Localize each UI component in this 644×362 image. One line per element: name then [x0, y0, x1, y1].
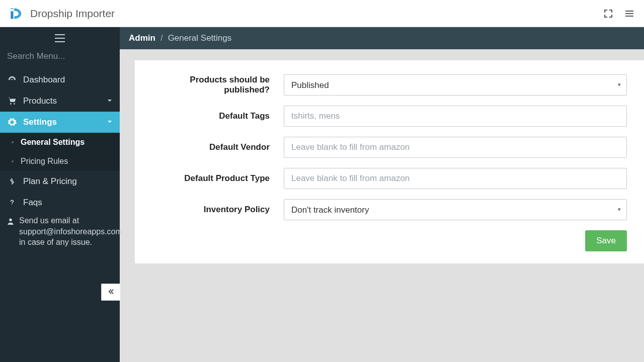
question-icon — [7, 199, 17, 207]
sidebar-item-products[interactable]: Products — [0, 90, 120, 112]
settings-panel: Products should be published? Published … — [135, 60, 644, 263]
sidebar-item-label: Faqs — [23, 198, 42, 208]
chevron-left-double-icon — [108, 288, 115, 297]
gear-icon — [7, 118, 17, 127]
publish-select[interactable]: Published — [284, 74, 627, 96]
product-type-input[interactable] — [284, 168, 627, 189]
product-type-label: Default Product Type — [152, 173, 284, 184]
sidebar-item-label: Products — [23, 96, 57, 106]
support-text: Send us email at support@infoshoreapps.c… — [19, 215, 122, 248]
user-icon — [7, 215, 14, 248]
breadcrumb: Admin / General Settings — [120, 27, 644, 49]
cart-icon — [7, 97, 17, 106]
chevron-down-icon — [107, 117, 113, 127]
save-button[interactable]: Save — [585, 230, 627, 251]
svg-rect-1 — [625, 11, 633, 12]
sidebar-item-label: Dashboard — [23, 75, 65, 85]
app-title: Dropship Importer — [30, 8, 115, 20]
sidebar-collapse-button[interactable] — [101, 284, 120, 301]
fullscreen-icon[interactable] — [604, 9, 613, 18]
breadcrumb-separator: / — [160, 33, 163, 43]
chevron-down-icon — [107, 96, 113, 106]
submenu-general-settings[interactable]: General Settings — [0, 133, 120, 152]
svg-point-5 — [14, 103, 15, 105]
svg-point-6 — [9, 218, 12, 221]
sidebar: Dashboard Products Settings — [0, 27, 120, 362]
breadcrumb-root[interactable]: Admin — [129, 33, 155, 43]
support-note: Send us email at support@infoshoreapps.c… — [0, 213, 120, 248]
tags-label: Default Tags — [152, 111, 284, 121]
sidebar-item-settings[interactable]: Settings — [0, 112, 120, 133]
svg-rect-2 — [625, 13, 633, 14]
sidebar-item-label: Settings — [23, 117, 57, 127]
vendor-label: Default Vendor — [152, 142, 284, 152]
svg-rect-3 — [625, 16, 633, 17]
tags-input[interactable] — [284, 106, 627, 127]
sidebar-item-dashboard[interactable]: Dashboard — [0, 69, 120, 90]
app-logo-icon — [8, 7, 22, 21]
breadcrumb-current: General Settings — [168, 33, 232, 43]
sidebar-toggle-icon[interactable] — [55, 34, 65, 42]
topbar: Dropship Importer — [0, 0, 644, 27]
main-content: Admin / General Settings Products should… — [120, 27, 644, 362]
sidebar-item-faqs[interactable]: Faqs — [0, 192, 120, 213]
sidebar-item-label: Plan & Pricing — [23, 176, 77, 187]
svg-point-4 — [10, 103, 12, 105]
inventory-select[interactable]: Don't track inventory — [284, 199, 627, 220]
svg-point-0 — [11, 9, 13, 11]
menu-search-input[interactable] — [7, 49, 113, 63]
dashboard-icon — [7, 75, 17, 84]
dollar-icon — [7, 177, 17, 186]
sidebar-item-plan-pricing[interactable]: Plan & Pricing — [0, 171, 120, 192]
menu-icon[interactable] — [625, 9, 634, 18]
publish-label: Products should be published? — [152, 75, 284, 95]
vendor-input[interactable] — [284, 137, 627, 158]
settings-submenu: General Settings Pricing Rules — [0, 133, 120, 171]
submenu-pricing-rules[interactable]: Pricing Rules — [0, 152, 120, 171]
inventory-label: Inventory Policy — [152, 205, 284, 215]
